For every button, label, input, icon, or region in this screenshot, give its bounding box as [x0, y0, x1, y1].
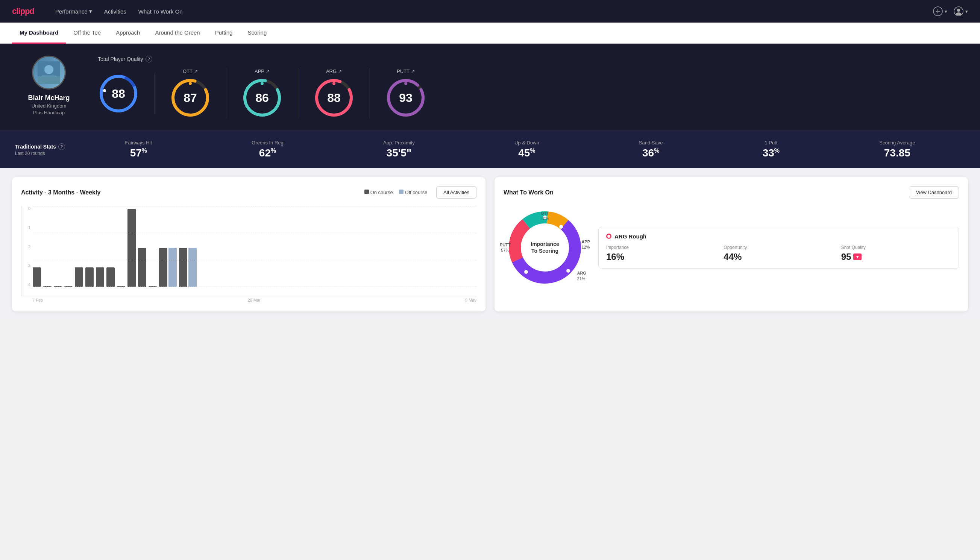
stat-up-and-down: Up & Down 45% — [514, 140, 539, 159]
bar-14-offcourse — [188, 248, 197, 287]
score-rings: 88 OTT ↗ 87 — [98, 68, 965, 118]
arg-stat-shot-quality: Shot Quality 95 ▼ — [841, 245, 951, 262]
y-axis: 4 3 2 1 0 — [22, 206, 30, 287]
tpq-label: Total Player Quality ? — [98, 56, 965, 62]
nav-activities[interactable]: Activities — [104, 7, 126, 16]
avatar-image — [38, 61, 60, 84]
activity-chart-title: Activity - 3 Months - Weekly — [21, 189, 100, 196]
svg-point-10 — [103, 89, 106, 92]
donut-center-text: ImportanceTo Scoring — [531, 241, 559, 254]
donut-legend: ARG Rough Importance 16% Opportunity — [598, 227, 959, 268]
svg-point-30 — [559, 225, 563, 229]
ring-app: APP ↗ 86 — [226, 68, 298, 118]
trad-stats-help-icon[interactable]: ? — [58, 143, 65, 150]
bar-10-oncourse — [128, 209, 136, 287]
app-logo: clippd — [12, 7, 34, 16]
donut-area: ImportanceTo Scoring OTT 10% APP 12% ARG… — [504, 206, 959, 289]
ring-total-value: 88 — [112, 87, 125, 100]
chart-legend: On course Off course — [364, 190, 428, 195]
tpq-help-icon[interactable]: ? — [146, 56, 152, 62]
svg-point-22 — [404, 82, 407, 85]
svg-point-29 — [566, 269, 570, 273]
bar-group-3 — [54, 286, 62, 287]
x-label-1: 7 Feb — [32, 298, 43, 302]
stat-app-proximity: App. Proximity 35'5" — [383, 140, 415, 159]
profile-section: Blair McHarg United Kingdom Plus Handica… — [15, 56, 83, 115]
tab-putting[interactable]: Putting — [208, 23, 240, 43]
ott-trend-icon: ↗ — [194, 69, 198, 74]
bar-chart: 4 3 2 1 0 — [21, 206, 476, 302]
wtwo-panel-header: What To Work On View Dashboard — [504, 186, 959, 198]
tab-around-the-green[interactable]: Around the Green — [147, 23, 207, 43]
avatar — [32, 56, 66, 90]
top-nav: clippd Performance ▾ Activities What To … — [0, 0, 980, 23]
svg-rect-6 — [38, 77, 60, 84]
tab-scoring[interactable]: Scoring — [240, 23, 274, 43]
bar-9-oncourse — [117, 286, 125, 287]
bar-group-2 — [43, 286, 52, 287]
ring-putt: PUTT ↗ 93 — [370, 68, 441, 118]
x-label-3: 9 May — [465, 298, 476, 302]
app-trend-icon: ↗ — [266, 69, 270, 74]
ring-putt-value: 93 — [399, 91, 413, 105]
hero-section: Blair McHarg United Kingdom Plus Handica… — [0, 43, 980, 130]
bar-11-oncourse — [138, 248, 146, 287]
bar-group-14 — [179, 248, 197, 287]
svg-point-31 — [524, 270, 528, 274]
bar-group-11 — [138, 248, 146, 287]
svg-point-2 — [957, 8, 960, 12]
bar-13-offcourse — [168, 248, 177, 287]
activity-panel: Activity - 3 Months - Weekly On course O… — [12, 177, 486, 312]
stat-scoring-average: Scoring Average 73.85 — [879, 140, 915, 159]
putt-trend-icon: ↗ — [411, 69, 415, 74]
bar-2-oncourse — [43, 286, 52, 287]
traditional-stats: Traditional Stats ? Last 20 rounds Fairw… — [0, 130, 980, 168]
tab-my-dashboard[interactable]: My Dashboard — [12, 23, 66, 43]
chart-area: 4 3 2 1 0 — [21, 206, 476, 297]
trend-down-badge: ▼ — [853, 253, 862, 260]
donut-label-app: APP 12% — [581, 239, 590, 250]
bar-group-7 — [96, 267, 104, 287]
bar-8-oncourse — [106, 267, 115, 287]
bar-group-12 — [148, 286, 157, 287]
stat-fairways-hit: Fairways Hit 57% — [125, 140, 152, 159]
stat-greens-in-reg: Greens In Reg 62% — [251, 140, 284, 159]
wtwo-title: What To Work On — [504, 189, 554, 196]
activity-panel-header: Activity - 3 Months - Weekly On course O… — [21, 186, 476, 198]
bar-group-6 — [85, 267, 94, 287]
arg-stat-importance: Importance 16% — [606, 245, 716, 262]
bar-5-oncourse — [75, 267, 83, 287]
ring-ott: OTT ↗ 87 — [155, 68, 226, 118]
user-menu-button[interactable]: ▾ — [953, 6, 968, 17]
add-button[interactable]: ▾ — [933, 6, 947, 17]
x-label-2: 28 Mar — [248, 298, 260, 302]
bar-group-9 — [117, 286, 125, 287]
ring-arg: ARG ↗ 88 — [298, 68, 370, 118]
svg-point-19 — [333, 82, 335, 85]
stat-sand-save: Sand Save 36% — [639, 140, 663, 159]
x-axis: 7 Feb 28 Mar 9 May — [21, 298, 476, 302]
bar-group-10 — [128, 209, 136, 287]
nav-performance[interactable]: Performance ▾ — [55, 7, 92, 16]
arg-stat-opportunity: Opportunity 44% — [724, 245, 834, 262]
tabs-bar: My Dashboard Off the Tee Approach Around… — [0, 23, 980, 43]
bar-13-oncourse — [159, 248, 167, 287]
tab-approach[interactable]: Approach — [108, 23, 147, 43]
profile-location: United Kingdom — [32, 103, 67, 109]
tab-off-the-tee[interactable]: Off the Tee — [66, 23, 108, 43]
nav-what-to-work-on[interactable]: What To Work On — [138, 7, 183, 16]
stat-items: Fairways Hit 57% Greens In Reg 62% App. … — [75, 140, 965, 159]
arg-stats: Importance 16% Opportunity 44% — [606, 245, 951, 262]
stat-1-putt: 1 Putt 33% — [763, 140, 780, 159]
bar-6-oncourse — [85, 267, 94, 287]
arg-trend-icon: ↗ — [338, 69, 342, 74]
svg-point-16 — [261, 82, 264, 85]
donut-label-ott: OTT 10% — [534, 211, 556, 222]
all-activities-button[interactable]: All Activities — [436, 186, 476, 198]
wtwo-panel: What To Work On View Dashboard — [494, 177, 968, 312]
bar-4-oncourse — [64, 286, 73, 287]
bar-3-oncourse — [54, 286, 62, 287]
view-dashboard-button[interactable]: View Dashboard — [909, 186, 959, 198]
ring-total: 88 — [98, 73, 155, 114]
bottom-section: Activity - 3 Months - Weekly On course O… — [0, 168, 980, 320]
